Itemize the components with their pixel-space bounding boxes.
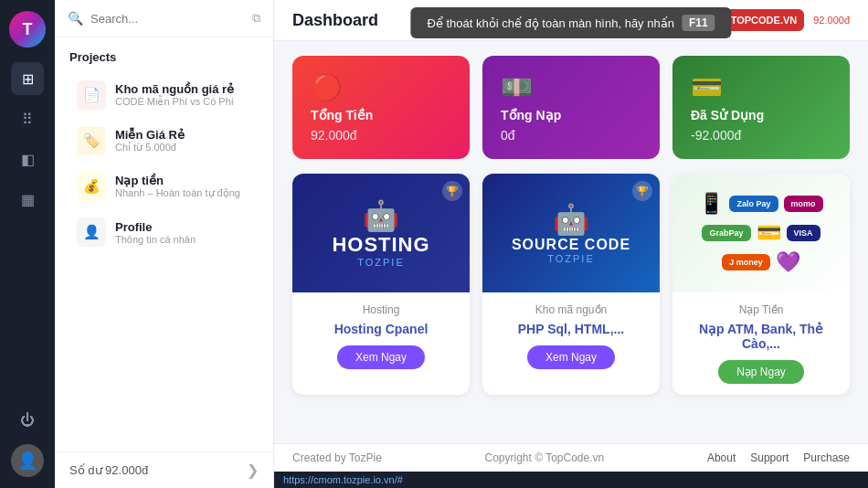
sidebar-item-sub-source-code: CODE Miễn Phí vs Có Phí [115, 96, 234, 108]
grab-chip: GrabPay [702, 225, 750, 241]
source-badge: 🏆 [632, 181, 652, 201]
product-card-nap-tien: 📱 Zalo Pay momo GrabPay 💳 VISA J money 💜… [672, 174, 850, 395]
source-type: Kho mã nguồn [535, 303, 607, 316]
hosting-badge: 🏆 [442, 181, 462, 201]
brand-amount: 92.000đ [813, 15, 850, 26]
footer-links: About Support Purchase [707, 451, 850, 464]
user-avatar-rail[interactable]: 👤 [11, 444, 44, 477]
hosting-body: Hosting Hosting Cpanel Xem Ngay [292, 292, 470, 380]
toast-key: F11 [682, 15, 715, 31]
hosting-img-sub: TOZPIE [357, 257, 405, 268]
payment-btn[interactable]: Nạp Ngay [718, 360, 804, 384]
sidebar-item-text-topup: Nạp tiền Nhanh – Hoàn toàn tự động [115, 174, 240, 199]
stat-label-da-su-dung: Đã Sử Dụng [691, 108, 831, 122]
stat-label-tong-nap: Tổng Nạp [501, 108, 641, 122]
main-content: Dashboard Để thoát khỏi chế độ toàn màn … [274, 0, 868, 488]
sidebar-item-icon-cheap: 🏷️ [77, 126, 106, 155]
footer-link-about[interactable]: About [707, 451, 736, 464]
payment-type: Nạp Tiền [739, 303, 784, 316]
product-img-source: 🏆 🤖 SOURCE CODE TOZPIE [482, 174, 660, 292]
hosting-btn[interactable]: Xem Ngay [337, 345, 425, 369]
dashboard-body: 🔴 Tổng Tiền 92.000đ 💵 Tổng Nạp 0đ 💳 Đã S… [274, 41, 868, 443]
stat-card-tong-tien: 🔴 Tổng Tiền 92.000đ [292, 56, 470, 159]
search-bar: 🔍 ⧉ [55, 0, 273, 37]
sidebar-item-sub-topup: Nhanh – Hoàn toàn tự động [115, 187, 240, 199]
footer-link-support[interactable]: Support [750, 451, 789, 464]
page-title: Dashboard [292, 11, 378, 30]
sidebar-item-text-cheap: Miễn Giá Rẻ Chỉ từ 5.000đ [115, 128, 185, 154]
toast-message: Để thoát khỏi chế độ toàn màn hình, hãy … [410, 7, 731, 38]
source-img-label: SOURCE CODE [512, 237, 630, 253]
footer-link-purchase[interactable]: Purchase [803, 451, 850, 464]
source-img-sub: TOZPIE [547, 253, 595, 264]
stat-card-da-su-dung: 💳 Đã Sử Dụng -92.000đ [672, 56, 850, 159]
sidebar-item-icon-topup: 💰 [77, 172, 106, 201]
search-icon: 🔍 [68, 11, 83, 26]
jmoney-chip: J money [722, 254, 770, 271]
sidebar-item-title-topup: Nạp tiền [115, 174, 240, 187]
momo-chip: momo [784, 196, 823, 212]
icon-rail: T ⊞ ⠿ ◧ ▦ ⏻ 👤 [0, 0, 55, 488]
hosting-type: Hosting [363, 303, 400, 316]
visa-chip: VISA [787, 225, 820, 241]
sidebar-footer: Số dư 92.000đ ❯ [55, 451, 273, 488]
sidebar-item-profile[interactable]: 👤 Profile Thông tin cá nhân [62, 210, 266, 254]
sidebar-item-icon-profile: 👤 [77, 217, 106, 247]
sidebar-item-source-code[interactable]: 📄 Kho mã nguồn giá rẻ CODE Miễn Phí vs C… [62, 73, 266, 117]
hosting-name: Hosting Cpanel [334, 322, 429, 336]
sidebar: 🔍 ⧉ Projects 📄 Kho mã nguồn giá rẻ CODE … [55, 0, 274, 488]
status-bar: https://cmom.tozpie.io.vn/# [274, 472, 868, 488]
sidebar-item-icon-source-code: 📄 [77, 80, 106, 110]
brand-label: TOPCODE.VN [731, 15, 798, 26]
sidebar-item-text-profile: Profile Thông tin cá nhân [115, 220, 196, 245]
toast-text: Để thoát khỏi chế độ toàn màn hình, hãy … [427, 16, 674, 30]
filter-icon[interactable]: ⧉ [252, 11, 260, 26]
stat-value-tong-nap: 0đ [501, 128, 641, 143]
stat-card-tong-nap: 💵 Tổng Nạp 0đ [482, 56, 660, 159]
projects-title: Projects [55, 37, 273, 71]
source-name: PHP Sql, HTML,... [518, 322, 624, 336]
zalopay-chip: Zalo Pay [729, 196, 778, 212]
stat-value-tong-tien: 92.000đ [311, 128, 451, 143]
sidebar-item-title-source-code: Kho mã nguồn giá rẻ [115, 82, 234, 96]
product-img-payment: 📱 Zalo Pay momo GrabPay 💳 VISA J money 💜 [672, 174, 850, 292]
sidebar-toggle-button[interactable]: ❯ [247, 461, 259, 479]
main-footer: Created by TozPie Copyright © TopCode.vn… [274, 443, 868, 472]
payment-icons: 📱 Zalo Pay momo GrabPay 💳 VISA J money 💜 [672, 183, 850, 283]
status-url: https://cmom.tozpie.io.vn/# [283, 474, 403, 485]
main-header: Dashboard Để thoát khỏi chế độ toàn màn … [274, 0, 868, 41]
balance-text: Số dư 92.000đ [69, 463, 148, 477]
rail-icon-power[interactable]: ⏻ [11, 404, 44, 437]
sidebar-item-title-cheap: Miễn Giá Rẻ [115, 128, 185, 142]
stats-row: 🔴 Tổng Tiền 92.000đ 💵 Tổng Nạp 0đ 💳 Đã S… [292, 56, 850, 159]
rail-icon-grid[interactable]: ⊞ [11, 62, 44, 95]
app-logo: T [9, 11, 46, 48]
sidebar-items-list: 📄 Kho mã nguồn giá rẻ CODE Miễn Phí vs C… [55, 71, 273, 451]
source-btn[interactable]: Xem Ngay [527, 345, 615, 369]
sidebar-item-sub-profile: Thông tin cá nhân [115, 234, 196, 245]
product-img-hosting: 🏆 🤖 HOSTING TOZPIE [292, 174, 470, 292]
products-row: 🏆 🤖 HOSTING TOZPIE Hosting Hosting Cpane… [292, 174, 850, 395]
sidebar-item-title-profile: Profile [115, 220, 196, 234]
hosting-img-label: HOSTING [332, 233, 429, 257]
footer-copyright: Copyright © TopCode.vn [382, 451, 707, 464]
search-input[interactable] [90, 12, 245, 26]
product-card-source-code: 🏆 🤖 SOURCE CODE TOZPIE Kho mã nguồn PHP … [482, 174, 660, 395]
product-card-hosting: 🏆 🤖 HOSTING TOZPIE Hosting Hosting Cpane… [292, 174, 470, 395]
rail-icon-layers[interactable]: ◧ [11, 143, 44, 175]
payment-name: Nạp ATM, Bank, Thẻ Cào,... [685, 322, 837, 351]
source-body: Kho mã nguồn PHP Sql, HTML,... Xem Ngay [482, 292, 660, 380]
sidebar-item-cheap-price[interactable]: 🏷️ Miễn Giá Rẻ Chỉ từ 5.000đ [62, 119, 266, 163]
footer-created-by: Created by TozPie [292, 451, 382, 464]
stat-label-tong-tien: Tổng Tiền [311, 108, 451, 122]
rail-icon-chart[interactable]: ▦ [11, 183, 44, 216]
sidebar-item-sub-cheap: Chỉ từ 5.000đ [115, 142, 185, 154]
sidebar-item-topup[interactable]: 💰 Nạp tiền Nhanh – Hoàn toàn tự động [62, 164, 266, 208]
stat-value-da-su-dung: -92.000đ [691, 128, 831, 143]
payment-body: Nạp Tiền Nạp ATM, Bank, Thẻ Cào,... Nạp … [672, 292, 850, 395]
sidebar-item-text-source-code: Kho mã nguồn giá rẻ CODE Miễn Phí vs Có … [115, 82, 234, 108]
rail-icon-apps[interactable]: ⠿ [11, 102, 44, 135]
